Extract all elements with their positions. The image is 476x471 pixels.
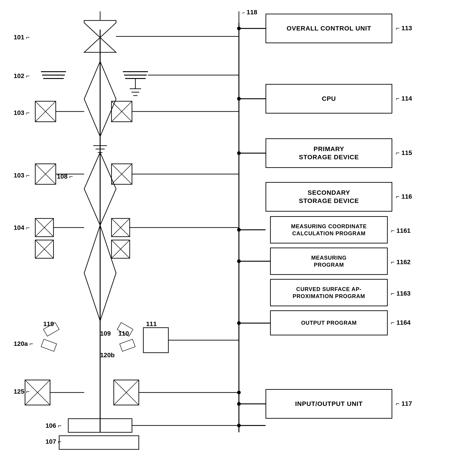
label-118: ⌐118 [242,9,257,16]
label-101: 101 ⌐ [14,34,30,41]
label-1161: ⌐ 1161 [391,227,410,234]
box-output-program: OUTPUT PROGRAM [270,310,388,335]
label-114: ⌐ 114 [396,95,412,102]
svg-point-10 [237,259,241,263]
box-measuring-coord: MEASURING COORDINATECALCULATION PROGRAM [270,216,388,243]
label-120b: 120b [100,352,115,359]
box-secondary-storage: SECONDARYSTORAGE DEVICE [266,182,392,212]
svg-point-14 [237,402,241,406]
box-overall-control: OVERALL CONTROL UNIT [266,14,392,43]
svg-rect-84 [59,436,139,449]
label-102: 102 ⌐ [14,72,30,80]
label-125: 125 ⌐ [14,388,30,395]
label-108: 108 ⌐ [57,173,73,180]
box-primary-storage: PRIMARYSTORAGE DEVICE [266,138,392,168]
svg-point-82 [237,391,241,394]
box-cpu: CPU [266,84,392,114]
label-115: ⌐ 115 [396,149,412,156]
label-116: ⌐ 116 [396,193,412,200]
svg-rect-71 [120,339,135,351]
label-119: 119 [43,320,54,328]
label-117: ⌐ 117 [396,400,412,407]
label-1164: ⌐ 1164 [391,319,410,326]
label-104: 104 ⌐ [14,224,30,231]
svg-point-8 [237,228,241,232]
label-106: 106 ⌐ [46,422,62,429]
label-107: 107 ⌐ [46,438,62,445]
label-1163: ⌐ 1163 [391,290,410,297]
svg-point-2 [237,27,241,30]
box-measuring-program: MEASURINGPROGRAM [270,248,388,275]
label-1162: ⌐ 1162 [391,258,410,266]
svg-point-6 [237,151,241,155]
label-110: 110 [118,330,129,337]
svg-point-12 [237,321,241,325]
label-103b: 103 ⌐ [14,172,30,179]
label-109: 109 [100,330,111,337]
box-input-output: INPUT/OUTPUT UNIT [266,389,392,419]
label-113: ⌐ 113 [396,25,412,32]
svg-point-4 [237,97,241,101]
label-103a: 103 ⌐ [14,109,30,117]
box-curved-surface: CURVED SURFACE AP-PROXIMATION PROGRAM [270,279,388,306]
label-111: 111 [146,320,157,328]
label-120a: 120a ⌐ [14,340,33,347]
svg-rect-69 [41,339,57,351]
diagram-container: OVERALL CONTROL UNIT CPU PRIMARYSTORAGE … [0,0,476,471]
svg-rect-72 [143,328,168,353]
